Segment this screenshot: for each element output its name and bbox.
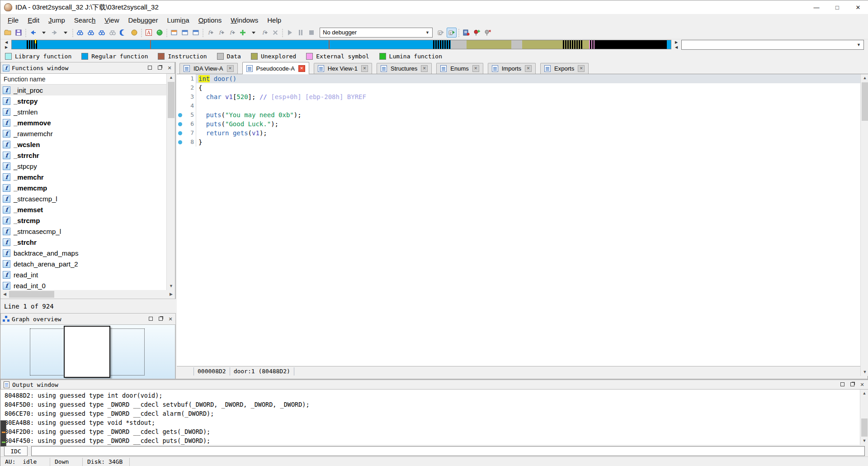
scroll-right-icon[interactable]: ▶ [167,290,175,299]
function-list-hscrollbar[interactable]: ◀ ▶ [1,290,175,299]
function-list-item[interactable]: f_strnlen [1,106,166,117]
breakpoint-icon[interactable] [178,140,182,144]
menu-item-lumina[interactable]: Lumina [162,15,193,25]
nav-forward-icon[interactable] [50,28,60,38]
search-again-icon[interactable] [108,28,118,38]
function-list-item[interactable]: f_strcasecmp_l [1,193,166,204]
window-calculator-icon[interactable] [169,28,179,38]
add-breakpoint-icon[interactable] [472,28,482,38]
breakpoint-gutter[interactable] [177,101,183,110]
scroll-down-icon[interactable]: ▼ [167,282,175,290]
delete-breakpoint-icon[interactable] [483,28,493,38]
menu-item-debugger[interactable]: Debugger [124,15,163,25]
breakpoint-gutter[interactable] [177,74,183,83]
panel-maximize-icon[interactable] [839,382,845,387]
tab-ida-view-a[interactable]: IDA View-A✕ [179,63,238,74]
scroll-down-icon[interactable]: ▼ [861,368,868,376]
function-list-item[interactable]: f_init_proc [1,85,166,95]
continue-process-icon[interactable] [447,28,457,38]
nav-back-menu-icon[interactable] [39,28,49,38]
code-line[interactable]: 1int door() [177,74,860,83]
set-type-icon[interactable] [259,28,269,38]
tab-close-icon[interactable]: ✕ [578,65,585,72]
search-sequence-icon[interactable] [97,28,107,38]
panel-maximize-icon[interactable] [147,316,154,322]
function-list-item[interactable]: f_strncasecmp_l [1,226,166,237]
vscroll-thumb[interactable] [861,418,868,437]
graph-overview-titlebar[interactable]: Graph overview ✕ [0,313,176,325]
maximize-button[interactable]: □ [827,0,848,14]
tab-close-icon[interactable]: ✕ [421,65,428,72]
tab-imports[interactable]: Imports✕ [488,63,536,74]
code-line[interactable]: 6 puts("Good Luck."); [177,119,860,128]
tab-close-icon[interactable]: ✕ [298,65,305,72]
breakpoint-icon[interactable] [178,131,182,135]
add-item-menu-icon[interactable] [249,28,259,38]
search-text-icon[interactable] [86,28,96,38]
function-list-vscrollbar[interactable]: ▲ ▼ [166,74,175,290]
attach-process-icon[interactable] [436,28,446,38]
jump-problem-icon[interactable] [129,28,139,38]
function-list-item[interactable]: f_wcslen [1,139,166,150]
breakpoint-list-icon[interactable] [461,28,471,38]
code-line[interactable]: 4 [177,101,860,110]
code-line[interactable]: 3 char v1[520]; // [esp+0h] [ebp-208h] B… [177,92,860,101]
analysis-ok-icon[interactable] [155,28,165,38]
scroll-down-icon[interactable]: ▼ [860,437,868,445]
tab-close-icon[interactable]: ✕ [525,65,532,72]
open-file-icon[interactable] [3,28,13,38]
function-list-item[interactable]: f_memcmp [1,182,166,193]
minimize-button[interactable]: — [806,0,827,14]
window-views-icon[interactable] [180,28,190,38]
scroll-up-icon[interactable]: ▲ [861,74,868,82]
edit-function-icon[interactable] [216,28,226,38]
function-list-item[interactable]: f_strchr [1,237,166,247]
navigation-band[interactable] [11,40,671,49]
jump-entry-icon[interactable] [118,28,128,38]
band-scroll-right[interactable]: ▶◀ [673,40,679,50]
add-item-icon[interactable] [238,28,248,38]
menu-item-windows[interactable]: Windows [226,15,263,25]
breakpoint-gutter[interactable] [177,128,183,138]
close-button[interactable]: ✕ [848,0,868,14]
function-list-item[interactable]: f_rawmemchr [1,128,166,139]
graph-overview-canvas[interactable] [1,325,175,379]
function-list-item[interactable]: f_memchr [1,171,166,182]
window-desktop-icon[interactable] [191,28,201,38]
text-view-icon[interactable] [144,28,154,38]
scroll-left-icon[interactable]: ◀ [1,290,9,299]
code-line[interactable]: 2{ [177,83,860,92]
function-list-item[interactable]: fread_int_0 [1,280,166,290]
code-line[interactable]: 7 return gets(v1); [177,128,860,138]
save-icon[interactable] [14,28,24,38]
breakpoint-gutter[interactable] [177,138,183,147]
function-name-header[interactable]: Function name [1,74,166,85]
panel-close-icon[interactable]: ✕ [167,316,174,322]
scroll-up-icon[interactable]: ▲ [860,390,868,397]
debug-start-icon[interactable] [285,28,295,38]
band-range-select[interactable]: ▼ [681,40,864,50]
menu-item-help[interactable]: Help [263,15,286,25]
tab-close-icon[interactable]: ✕ [361,65,368,72]
nav-back-icon[interactable] [28,28,38,38]
tab-structures[interactable]: Structures✕ [377,63,432,74]
function-list-item[interactable]: f_memmove [1,117,166,128]
output-titlebar[interactable]: Output window ✕ [0,380,868,390]
function-list-item[interactable]: f_strcpy [1,95,166,106]
debug-stop-icon[interactable] [307,28,316,38]
menu-item-file[interactable]: File [3,15,23,25]
breakpoint-gutter[interactable] [177,83,183,92]
cli-language-button[interactable]: IDC [4,446,28,456]
panel-float-icon[interactable] [157,316,164,322]
tab-hex-view-1[interactable]: Hex View-1✕ [314,63,372,74]
debug-pause-icon[interactable] [296,28,306,38]
function-list-item[interactable]: fbacktrace_and_maps [1,247,166,258]
panel-maximize-icon[interactable] [146,65,153,71]
menu-item-view[interactable]: View [100,15,123,25]
breakpoint-icon[interactable] [178,122,182,126]
tab-close-icon[interactable]: ✕ [472,65,479,72]
function-list-item[interactable]: f_stpcpy [1,161,166,171]
cli-input[interactable] [31,446,865,456]
function-list-item[interactable]: fdetach_arena_part_2 [1,258,166,269]
search-binary-icon[interactable] [75,28,85,38]
